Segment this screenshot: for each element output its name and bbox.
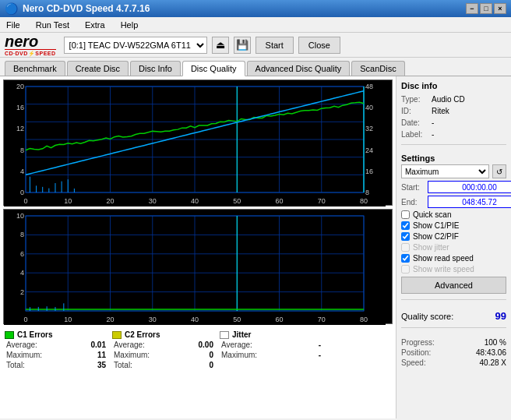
progress-label: Progress: — [401, 338, 435, 347]
c2-stats: C2 Errors Average: 0.00 Maximum: 0 Total… — [112, 330, 213, 369]
menubar: File Run Test Extra Help — [0, 17, 511, 33]
nero-logo: nero CD·DVD⚡SPEED — [5, 34, 56, 57]
start-label: Start: — [401, 183, 425, 192]
show-c2-pif-checkbox[interactable] — [401, 232, 410, 241]
show-write-speed-label: Show write speed — [413, 265, 474, 274]
c2-average-label: Average: — [114, 341, 145, 349]
divider-1 — [401, 144, 506, 145]
titlebar-controls[interactable]: − □ × — [466, 3, 506, 14]
settings-title: Settings — [401, 154, 506, 163]
jitter-maximum-value: - — [298, 351, 321, 359]
progress-section: Progress: 100 % Position: 48:43.06 Speed… — [401, 337, 506, 367]
jitter-maximum-label: Maximum: — [221, 351, 257, 359]
disc-info-title: Disc info — [401, 81, 506, 90]
date-label: Date: — [401, 118, 428, 127]
c2-maximum-label: Maximum: — [114, 351, 150, 359]
type-label: Type: — [401, 95, 428, 104]
end-time-input[interactable] — [428, 196, 511, 208]
show-read-speed-checkbox[interactable] — [401, 254, 410, 263]
jitter-average-label: Average: — [221, 341, 252, 349]
tab-advanced-disc-quality[interactable]: Advanced Disc Quality — [247, 61, 351, 76]
right-panel: Disc info Type: Audio CD ID: Ritek Date:… — [396, 76, 511, 418]
show-jitter-checkbox[interactable] — [401, 243, 410, 252]
c1-average-label: Average: — [6, 341, 37, 349]
c1-stats: C1 Errors Average: 0.01 Maximum: 11 Tota… — [5, 330, 106, 369]
settings-section: Settings Maximum ↺ Start: End: Quick sca… — [401, 154, 506, 294]
end-label: End: — [401, 198, 425, 206]
jitter-average-value: - — [298, 341, 321, 349]
titlebar: 🔵 Nero CD-DVD Speed 4.7.7.16 − □ × — [0, 0, 511, 17]
menu-help[interactable]: Help — [118, 19, 142, 31]
menu-run-test[interactable]: Run Test — [33, 19, 72, 31]
id-label: ID: — [401, 107, 428, 115]
quick-scan-checkbox[interactable] — [401, 210, 410, 219]
refresh-button[interactable]: ↺ — [492, 164, 506, 178]
main-content: C1 Errors Average: 0.01 Maximum: 11 Tota… — [0, 76, 511, 418]
c2-maximum-value: 0 — [190, 351, 213, 359]
show-read-speed-label: Show read speed — [413, 254, 474, 263]
label-value: - — [432, 130, 434, 139]
jitter-label: Jitter — [232, 330, 251, 339]
type-value: Audio CD — [432, 95, 465, 104]
divider-3 — [401, 327, 506, 328]
c1-maximum-label: Maximum: — [6, 351, 42, 359]
show-c1-pie-label: Show C1/PIE — [413, 221, 459, 230]
position-label: Position: — [401, 348, 431, 357]
advanced-button[interactable]: Advanced — [401, 277, 506, 294]
show-c2-pif-label: Show C2/PIF — [413, 232, 459, 241]
label-label: Label: — [401, 130, 428, 139]
c2-label: C2 Errors — [125, 330, 160, 339]
quality-row: Quality score: 99 — [401, 310, 506, 322]
speed-select[interactable]: Maximum — [401, 164, 489, 178]
c1-total-label: Total: — [6, 361, 25, 369]
save-icon[interactable]: 💾 — [234, 37, 251, 54]
eject-icon[interactable]: ⏏ — [212, 37, 229, 54]
tab-disc-info[interactable]: Disc Info — [130, 61, 181, 76]
menu-extra[interactable]: Extra — [82, 19, 108, 31]
c2-total-label: Total: — [114, 361, 132, 369]
c2-average-value: 0.00 — [190, 341, 213, 349]
c2-color-box — [112, 331, 122, 339]
divider-2 — [401, 299, 506, 300]
show-jitter-label: Show jitter — [413, 243, 449, 252]
menu-file[interactable]: File — [3, 19, 23, 31]
tab-scandisc[interactable]: ScanDisc — [351, 61, 404, 76]
progress-value: 100 % — [485, 338, 506, 347]
minimize-button[interactable]: − — [466, 3, 478, 14]
c1-average-value: 0.01 — [83, 341, 106, 349]
show-write-speed-checkbox[interactable] — [401, 265, 410, 274]
date-value: - — [432, 118, 434, 127]
maximize-button[interactable]: □ — [480, 3, 492, 14]
show-c1-pie-checkbox[interactable] — [401, 221, 410, 230]
quality-score: 99 — [495, 310, 506, 322]
chart-bottom — [3, 209, 393, 324]
jitter-color-box — [220, 331, 229, 339]
app-icon: 🔵 — [5, 2, 18, 15]
speed-label: Speed: — [401, 358, 426, 367]
app-title: Nero CD-DVD Speed 4.7.7.16 — [23, 3, 150, 14]
tabs: Benchmark Create Disc Disc Info Disc Qua… — [0, 58, 511, 76]
titlebar-left: 🔵 Nero CD-DVD Speed 4.7.7.16 — [5, 2, 150, 15]
c1-color-box — [5, 331, 14, 339]
c1-maximum-value: 11 — [83, 351, 106, 359]
c1-label: C1 Errors — [17, 330, 53, 339]
quality-label: Quality score: — [401, 312, 453, 321]
speed-value: 40.28 X — [480, 358, 506, 367]
id-value: Ritek — [432, 107, 449, 115]
stats-row: C1 Errors Average: 0.01 Maximum: 11 Tota… — [3, 327, 393, 369]
c1-total-value: 35 — [83, 361, 106, 369]
start-time-input[interactable] — [428, 181, 511, 193]
c2-total-value: 0 — [190, 361, 213, 369]
jitter-stats: Jitter Average: - Maximum: - — [220, 330, 321, 369]
close-button[interactable]: Close — [298, 37, 340, 54]
position-value: 48:43.06 — [476, 348, 506, 357]
toolbar: nero CD·DVD⚡SPEED [0:1] TEAC DV-W522GMA … — [0, 33, 511, 58]
drive-select[interactable]: [0:1] TEAC DV-W522GMA 6T11 — [64, 37, 207, 54]
tab-create-disc[interactable]: Create Disc — [67, 61, 129, 76]
close-window-button[interactable]: × — [494, 3, 506, 14]
tab-benchmark[interactable]: Benchmark — [5, 61, 65, 76]
quick-scan-label: Quick scan — [413, 210, 451, 219]
tab-disc-quality[interactable]: Disc Quality — [182, 61, 245, 76]
start-button[interactable]: Start — [256, 37, 294, 54]
chart-top — [3, 79, 393, 206]
